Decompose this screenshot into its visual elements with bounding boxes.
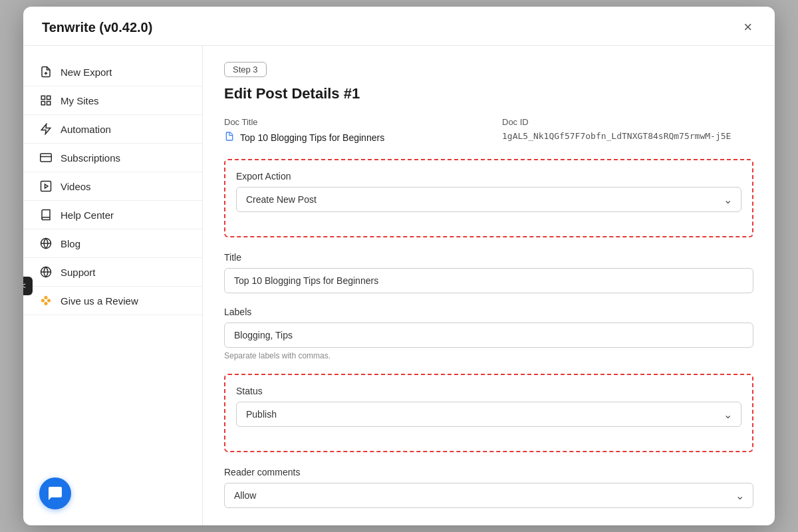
section-title: Edit Post Details #1 (224, 85, 753, 102)
sidebar-item-subscriptions[interactable]: Subscriptions (23, 144, 202, 172)
sidebar-collapse-button[interactable]: < (23, 277, 33, 295)
google-doc-icon (224, 131, 235, 144)
labels-group: Labels Separate labels with commas. (224, 307, 753, 360)
reader-comments-select[interactable]: Allow Don't allow (224, 483, 753, 508)
labels-input[interactable] (224, 323, 753, 348)
svg-rect-7 (41, 154, 52, 162)
svg-rect-4 (41, 102, 45, 105)
sidebar-item-label: Support (61, 267, 96, 278)
book-icon (39, 208, 53, 221)
export-action-section: Export Action Create New Post Update Exi… (224, 159, 753, 237)
doc-id-value: 1gAL5_Nk1QGf57F7obfn_LdTNXGT84sRQm75rmwM… (502, 131, 753, 141)
sidebar-item-help-center[interactable]: Help Center (23, 201, 202, 229)
doc-id-label: Doc ID (502, 117, 753, 127)
sidebar-item-label: Help Center (61, 209, 114, 221)
status-group: Status Publish Draft Scheduled ⌄ (236, 386, 741, 427)
sidebar-item-give-review[interactable]: Give us a Review (23, 287, 202, 315)
title-input[interactable] (224, 268, 753, 293)
svg-rect-3 (47, 96, 51, 99)
doc-title-value-row: Top 10 Blogging Tips for Beginners (224, 131, 475, 144)
sidebar-item-label: My Sites (61, 95, 99, 106)
doc-title-col: Doc Title Top 10 Blogging Tips for Begin… (224, 117, 475, 144)
title-label: Title (224, 252, 753, 263)
svg-rect-9 (41, 182, 51, 192)
sidebar-item-videos[interactable]: Videos (23, 172, 202, 201)
title-group: Title (224, 252, 753, 293)
sidebar-item-label: New Export (61, 66, 112, 78)
svg-point-18 (45, 302, 48, 305)
step-badge: Step 3 (224, 62, 267, 77)
modal: Tenwrite (v0.42.0) × < (23, 7, 775, 525)
reader-comments-label: Reader comments (224, 467, 753, 477)
doc-info-row: Doc Title Top 10 Blogging Tips for Begin… (224, 117, 753, 144)
svg-rect-5 (47, 102, 51, 105)
labels-hint: Separate labels with commas. (224, 351, 753, 360)
sidebar-item-my-sites[interactable]: My Sites (23, 86, 202, 115)
svg-point-17 (47, 299, 51, 303)
sidebar-item-new-export[interactable]: New Export (23, 58, 202, 86)
status-label: Status (236, 386, 741, 396)
svg-rect-2 (41, 96, 45, 99)
status-section: Status Publish Draft Scheduled ⌄ (224, 374, 753, 452)
doc-id-col: Doc ID 1gAL5_Nk1QGf57F7obfn_LdTNXGT84sRQ… (502, 117, 753, 144)
sidebar-item-blog[interactable]: Blog (23, 229, 202, 258)
svg-point-15 (41, 299, 45, 303)
status-select[interactable]: Publish Draft Scheduled (236, 402, 741, 427)
sidebar-item-label: Automation (61, 124, 111, 135)
file-export-icon (39, 65, 53, 78)
export-action-label: Export Action (236, 171, 741, 182)
doc-title-label: Doc Title (224, 117, 475, 127)
main-content: Step 3 Edit Post Details #1 Doc Title (203, 46, 775, 525)
sidebar-item-label: Give us a Review (61, 295, 138, 307)
grid-icon (39, 94, 53, 107)
svg-marker-10 (45, 184, 49, 188)
sidebar-item-label: Subscriptions (61, 152, 120, 164)
globe-icon (39, 237, 53, 250)
bolt-icon (39, 122, 53, 136)
content-scroll-area[interactable]: Step 3 Edit Post Details #1 Doc Title (203, 46, 775, 525)
reader-comments-select-wrapper: Allow Don't allow ⌄ (224, 483, 753, 508)
sidebar: < New Export (23, 46, 203, 525)
export-action-group: Export Action Create New Post Update Exi… (236, 171, 741, 212)
modal-title: Tenwrite (v0.42.0) (42, 20, 152, 35)
chat-button[interactable] (39, 477, 71, 509)
doc-title-text: Top 10 Blogging Tips for Beginners (240, 132, 384, 143)
modal-body: < New Export (23, 46, 775, 525)
close-button[interactable]: × (739, 19, 756, 36)
stars-icon (39, 294, 53, 307)
modal-overlay: Tenwrite (v0.42.0) × < (23, 7, 775, 525)
support-globe-icon (39, 265, 53, 279)
sidebar-item-label: Blog (61, 238, 80, 249)
credit-card-icon (39, 151, 53, 164)
sidebar-item-automation[interactable]: Automation (23, 115, 202, 144)
svg-marker-6 (41, 124, 51, 134)
sidebar-item-support[interactable]: Support (23, 258, 202, 287)
export-action-select-wrapper: Create New Post Update Existing Post Dra… (236, 187, 741, 212)
svg-point-16 (45, 296, 48, 299)
reader-comments-group: Reader comments Allow Don't allow ⌄ (224, 467, 753, 508)
play-icon (39, 180, 53, 193)
labels-label: Labels (224, 307, 753, 317)
modal-header: Tenwrite (v0.42.0) × (23, 7, 775, 46)
sidebar-item-label: Videos (61, 181, 91, 192)
export-action-select[interactable]: Create New Post Update Existing Post Dra… (236, 187, 741, 212)
status-select-wrapper: Publish Draft Scheduled ⌄ (236, 402, 741, 427)
